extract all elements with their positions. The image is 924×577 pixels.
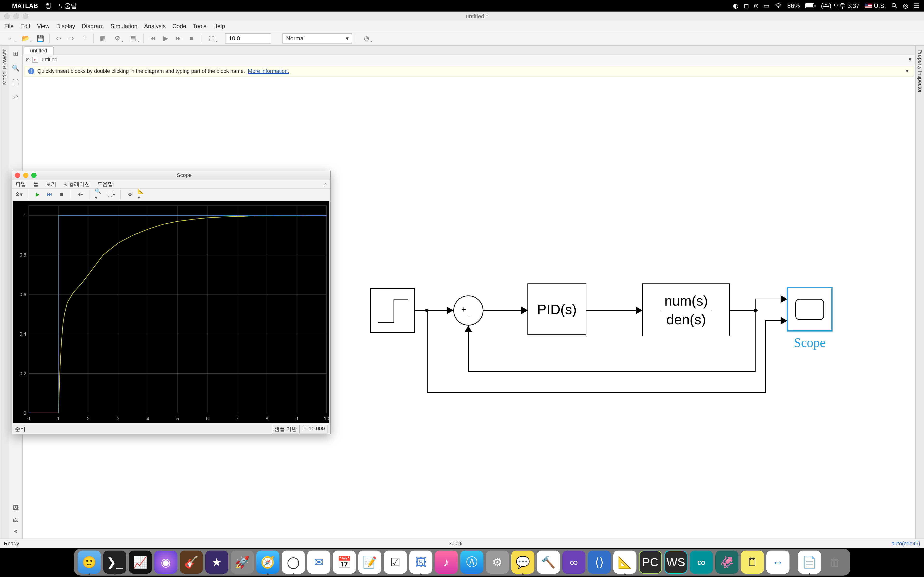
- crumb-model-name[interactable]: untitled: [40, 56, 58, 63]
- hide-browser-button[interactable]: ⊞: [11, 48, 21, 59]
- simulation-time-input[interactable]: 10.0: [225, 34, 271, 44]
- menubar-window[interactable]: 창: [45, 2, 52, 10]
- scope-cursor-button[interactable]: ✥: [126, 190, 134, 199]
- dock-visualstudio[interactable]: ∞: [562, 551, 585, 574]
- scope-menu-sim[interactable]: 시뮬레이션: [63, 181, 90, 188]
- menubar-app-name[interactable]: MATLAB: [12, 2, 38, 10]
- property-inspector-tab[interactable]: Property Inspector: [915, 46, 924, 538]
- dock-kakaotalk[interactable]: 💬: [511, 551, 535, 574]
- dock-preview[interactable]: 🖼: [409, 551, 432, 574]
- siri-icon[interactable]: ◎: [903, 2, 908, 10]
- scope-menu-view[interactable]: 보기: [46, 181, 56, 188]
- forward-button[interactable]: ⇨: [66, 33, 77, 44]
- dock-notes[interactable]: 📝: [358, 551, 381, 574]
- scope-run-button[interactable]: ▶: [33, 190, 42, 199]
- annotation-image-button[interactable]: 🖼: [11, 503, 21, 513]
- dock-webstorm[interactable]: WS: [664, 551, 688, 574]
- step-back-button[interactable]: ⏮: [147, 33, 158, 44]
- dock-arduino[interactable]: ∞: [690, 551, 713, 574]
- dock-safari[interactable]: 🧭: [256, 551, 279, 574]
- step-forward-button[interactable]: ⏭: [173, 33, 184, 44]
- menu-edit[interactable]: Edit: [21, 23, 30, 29]
- zoom-button[interactable]: 🔍: [11, 63, 21, 73]
- dock-vscode[interactable]: ⟨⟩: [588, 551, 611, 574]
- scope-menu-tools[interactable]: 툴: [33, 181, 39, 188]
- dock-trash[interactable]: 🗑: [824, 551, 846, 574]
- tip-dropdown-icon[interactable]: ▼: [905, 68, 910, 74]
- dock-siri[interactable]: ◉: [154, 551, 177, 574]
- dock-finder[interactable]: 🙂: [78, 551, 101, 574]
- menu-analysis[interactable]: Analysis: [144, 23, 166, 29]
- dock-reminders[interactable]: ☑: [384, 551, 407, 574]
- record-button[interactable]: ⬚: [205, 33, 218, 44]
- dock-itunes[interactable]: ♪: [435, 551, 458, 574]
- dock-calendar[interactable]: 📅: [333, 551, 356, 574]
- fit-button[interactable]: ⛶: [11, 77, 21, 87]
- dock-stickies[interactable]: 🗒: [741, 551, 764, 574]
- dock-doc[interactable]: 📄: [798, 551, 821, 574]
- minimize-icon[interactable]: [13, 13, 19, 19]
- input-lang[interactable]: U.S.: [865, 2, 886, 10]
- battery-icon[interactable]: [805, 3, 816, 8]
- scope-dock-icon[interactable]: ↗: [323, 181, 327, 187]
- config-button[interactable]: ⚙: [110, 33, 124, 44]
- dock-mail[interactable]: ✉: [307, 551, 330, 574]
- back-button[interactable]: ⇦: [53, 33, 64, 44]
- run-button[interactable]: ▶: [160, 33, 171, 44]
- menubar-help[interactable]: 도움말: [58, 2, 77, 10]
- dock-xcode[interactable]: 🔨: [537, 551, 560, 574]
- scope-find-button[interactable]: ⌖▾: [76, 190, 85, 199]
- scope-close-icon[interactable]: [15, 172, 20, 178]
- dock-terminal[interactable]: ❯_: [103, 551, 126, 574]
- sum-block[interactable]: + −: [453, 295, 483, 326]
- dock-sysprefs[interactable]: ⚙: [486, 551, 509, 574]
- swap-icon[interactable]: ⇄: [11, 92, 21, 102]
- scope-stop-button[interactable]: ■: [57, 190, 66, 199]
- up-button[interactable]: ⇧: [79, 33, 90, 44]
- step-block[interactable]: [370, 288, 415, 333]
- collapse-button[interactable]: «: [11, 526, 21, 536]
- simulation-mode-select[interactable]: Normal▾: [283, 34, 352, 44]
- status-icon2[interactable]: ◻: [744, 2, 749, 10]
- battery-percent[interactable]: 86%: [787, 2, 800, 10]
- scope-measure-button[interactable]: 📐▾: [137, 190, 146, 199]
- crumb-dropdown-icon[interactable]: ▼: [908, 57, 913, 62]
- new-model-button[interactable]: ▫: [3, 33, 17, 44]
- menu-file[interactable]: File: [4, 23, 14, 29]
- scope-menu-help[interactable]: 도움말: [97, 181, 113, 188]
- notification-icon[interactable]: ☰: [914, 2, 919, 10]
- crumb-expand-icon[interactable]: ⊛: [26, 56, 30, 63]
- status-display-icon[interactable]: ▭: [764, 2, 769, 10]
- close-icon[interactable]: [4, 13, 10, 19]
- status-solver[interactable]: auto(ode45): [892, 540, 920, 547]
- model-browser-tab[interactable]: Model Browser: [0, 46, 9, 538]
- scope-block[interactable]: [787, 287, 833, 332]
- annotation-viewmark-button[interactable]: 🗂: [11, 514, 21, 525]
- dock-garageband[interactable]: 🎸: [180, 551, 203, 574]
- pid-block[interactable]: PID(s): [527, 284, 586, 335]
- spotlight-icon[interactable]: [891, 3, 898, 9]
- save-button[interactable]: 💾: [35, 33, 46, 44]
- scope-config-button[interactable]: ⚙▾: [15, 190, 23, 199]
- scope-zoom-button[interactable]: 🔍▾: [95, 190, 103, 199]
- log-button[interactable]: ▤: [126, 33, 140, 44]
- dock-teamviewer[interactable]: ↔: [766, 551, 790, 574]
- status-icon3[interactable]: ⎚: [754, 2, 758, 10]
- menu-code[interactable]: Code: [172, 23, 186, 29]
- library-button[interactable]: ▦: [97, 33, 108, 44]
- scope-titlebar[interactable]: Scope: [12, 171, 330, 180]
- tab-untitled[interactable]: untitled: [24, 47, 54, 55]
- transfer-fcn-block[interactable]: num(s) den(s): [642, 284, 730, 336]
- wifi-icon[interactable]: [775, 3, 782, 8]
- clock[interactable]: (수) 오후 3:37: [821, 2, 859, 10]
- menu-help[interactable]: Help: [213, 23, 225, 29]
- scope-minimize-icon[interactable]: [23, 172, 28, 178]
- status-zoom[interactable]: 300%: [19, 540, 892, 547]
- dock-launchpad[interactable]: 🚀: [231, 551, 254, 574]
- menu-display[interactable]: Display: [56, 23, 75, 29]
- menu-diagram[interactable]: Diagram: [82, 23, 104, 29]
- dock-appstore[interactable]: Ⓐ: [460, 551, 483, 574]
- dock-gitkraken[interactable]: 🦑: [716, 551, 738, 574]
- dock-pycharm[interactable]: PC: [639, 551, 662, 574]
- tip-more-link[interactable]: More information.: [248, 68, 289, 74]
